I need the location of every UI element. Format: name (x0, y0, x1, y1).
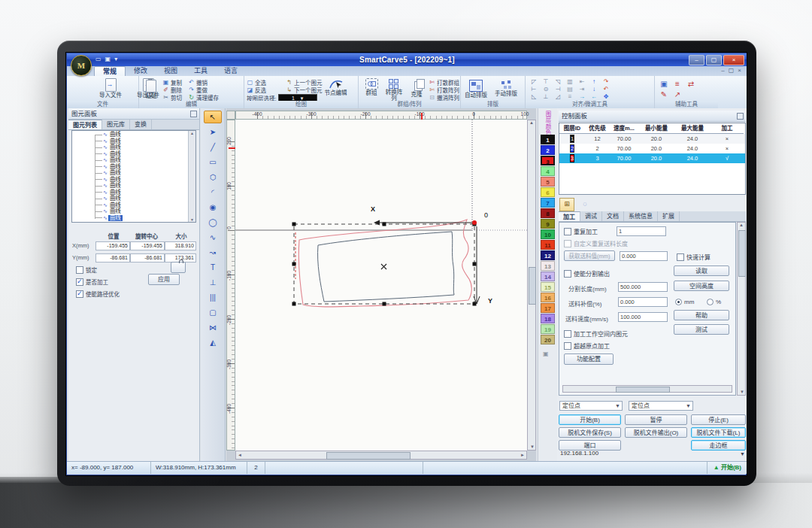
unit-percent-radio[interactable]: % (707, 299, 721, 305)
align-tool-icon[interactable]: ◺ (528, 93, 540, 101)
canvas-horizontal-scrollbar[interactable]: ◄► (235, 451, 527, 460)
align-tool-icon[interactable]: ⊣ (552, 86, 564, 93)
entity-list-item[interactable]: ∿ 曲线 (72, 202, 189, 209)
entity-list-item[interactable]: ∿ 曲线 (72, 144, 189, 151)
y-position-field[interactable]: -86.681 (95, 253, 130, 262)
align-tool-icon[interactable]: ⊥ (540, 93, 552, 101)
group-array-button[interactable]: 克隆 (406, 77, 427, 102)
edit-command[interactable]: ✂ 剪切 (162, 93, 182, 101)
read-button[interactable]: 读取 (674, 266, 729, 276)
entity-list-item[interactable]: ∿ 曲线 (72, 177, 189, 184)
entity-list-item[interactable]: ∿ 曲线 (72, 132, 189, 138)
array-command[interactable]: ✄ 打散阵列 (429, 86, 459, 93)
align-tool-icon[interactable]: ⊙ (540, 86, 552, 93)
lock-button[interactable] (171, 262, 186, 273)
width-field[interactable]: 318.910 (165, 241, 196, 250)
layer-table-row[interactable]: 2 2 70.00 20.0 24.0 × (559, 144, 745, 153)
drawing-tool-button[interactable]: ◜ (204, 186, 222, 199)
test-button[interactable]: 测试 (674, 324, 729, 335)
align-tool-icon[interactable]: ↶ (600, 86, 612, 93)
unit-mm-radio[interactable]: mm (675, 299, 694, 305)
paste-button[interactable]: 粘贴 (141, 77, 161, 99)
control-tab[interactable]: 加工 (559, 211, 580, 221)
content-horizontal-scrollbar[interactable] (562, 385, 732, 393)
drawing-tool-button[interactable]: ∿ (204, 231, 222, 244)
align-tool-icon[interactable]: ↓ (588, 86, 600, 93)
start-button[interactable]: 开始(B) (559, 414, 621, 425)
drawing-tool-button[interactable]: ◭ (204, 336, 222, 349)
feed-value-input[interactable]: 0.000 (620, 251, 668, 261)
grid-view-icon[interactable]: ⊞ (559, 198, 574, 211)
array-command[interactable]: ⊟ 撤消阵列 (429, 93, 459, 101)
function-config-button[interactable]: 功能配置 (564, 354, 614, 365)
drawing-tool-button[interactable]: ⬡ (204, 171, 222, 184)
pause-button[interactable]: 暂停 (625, 414, 687, 425)
entity-panel-tab[interactable]: 图元列表 (68, 120, 102, 129)
layer-color-chip[interactable]: 2 (541, 145, 555, 155)
repeat-count-input[interactable]: 1 (617, 226, 666, 236)
entity-list-item[interactable]: ∿ 曲线 (72, 208, 189, 215)
edit-command[interactable]: ▣ 复制 (162, 78, 182, 86)
layer-color-chip[interactable]: 7 (541, 198, 555, 208)
layer-copy-icon[interactable]: ▣ (543, 350, 549, 357)
layer-color-chip[interactable]: 9 (541, 219, 555, 229)
entity-list-item[interactable]: ∿ 曲线 (72, 196, 189, 202)
align-tool-icon[interactable]: ◸ (528, 78, 540, 86)
edit-command[interactable]: ↻ 清理缓存 (188, 93, 219, 101)
content-vertical-scrollbar[interactable]: ▲▼ (737, 222, 746, 396)
layer-color-chip[interactable]: 1 (541, 135, 555, 144)
frame-button[interactable]: 走边框 (691, 440, 746, 451)
split-output-checkbox[interactable]: 使能分割输出 (564, 269, 610, 278)
content-h-thumb[interactable] (616, 387, 670, 393)
mdi-restore-button[interactable]: ▢ (729, 67, 735, 74)
entity-panel-tab[interactable]: 图元库 (102, 120, 130, 129)
align-tool-icon[interactable]: ✥ (600, 93, 612, 101)
selection-handles[interactable] (292, 223, 477, 306)
x-center-field[interactable]: -159.455 (130, 241, 165, 250)
align-tool-icon[interactable]: ⇤ (576, 78, 588, 86)
feed-speed-input[interactable]: 100.000 (618, 312, 668, 322)
draw-command[interactable]: ◪ 反选 (247, 86, 280, 93)
quick-calc-checkbox[interactable]: 快速计算 (677, 253, 710, 261)
layer-table-row[interactable]: 1 12 70.00 20.0 24.0 × (559, 134, 745, 144)
anchor-point-dropdown-1[interactable]: 定位点▼ (559, 401, 623, 411)
align-tool-icon[interactable]: ◹ (552, 78, 564, 86)
edit-command[interactable]: ↶ 撤销 (188, 78, 219, 86)
layer-color-chip[interactable]: 20 (541, 335, 555, 344)
content-v-thumb[interactable] (738, 230, 746, 277)
array-command[interactable]: ✄ 打散群组 (429, 78, 459, 86)
in-workspace-checkbox[interactable]: 加工工作空间内图元 (564, 329, 628, 338)
align-tool-icon[interactable]: ⊢ (528, 86, 540, 93)
quick-access-icon[interactable]: ▭ (95, 56, 102, 63)
align-tool-icon[interactable]: → (576, 93, 588, 101)
y-center-field[interactable]: -86.681 (130, 253, 165, 262)
dashed-circle-icon[interactable]: ◌ (577, 198, 592, 211)
layer-color-chip[interactable]: 18 (541, 314, 555, 323)
control-tab[interactable]: 扩展 (658, 211, 680, 221)
layer-color-chip[interactable]: 10 (541, 229, 555, 239)
entity-panel-tab[interactable]: 变换 (130, 120, 152, 129)
maximize-button[interactable]: ▢ (706, 55, 722, 65)
h-scroll-thumb[interactable] (326, 452, 411, 460)
layer-color-chip[interactable]: 11 (541, 240, 555, 250)
mdi-close-button[interactable]: × (738, 67, 741, 74)
control-tab[interactable]: 文档 (602, 211, 624, 221)
help-button[interactable]: 帮助 (674, 310, 729, 320)
layer-color-chip[interactable]: 12 (541, 250, 555, 260)
align-tool-icon[interactable]: ↑ (588, 78, 600, 86)
control-tab[interactable]: 调试 (580, 211, 602, 221)
align-tool-icon[interactable]: ⇥ (576, 86, 588, 93)
path-optimize-checkbox[interactable]: 使能路径优化 (76, 290, 120, 298)
mdi-minimize-button[interactable]: – (721, 67, 724, 74)
align-tool-icon[interactable]: ↷ (600, 78, 612, 86)
close-button[interactable]: × (723, 55, 744, 65)
edit-command[interactable]: ✐ 删除 (162, 86, 182, 93)
entity-list-item[interactable]: ∿ 曲线 (72, 157, 189, 164)
align-tool-icon[interactable]: ◿ (552, 93, 564, 101)
layer-color-chip[interactable]: 5 (541, 177, 555, 187)
draw-command[interactable]: ↳ 下一个图元 (286, 86, 323, 93)
entity-list-item[interactable]: ∿ 曲线 (72, 183, 189, 190)
ribbon-tab[interactable]: 视图 (156, 66, 186, 76)
drawing-canvas[interactable]: X 0 Y (235, 120, 527, 451)
aux-tool-icon[interactable]: ⇄ (684, 79, 698, 90)
